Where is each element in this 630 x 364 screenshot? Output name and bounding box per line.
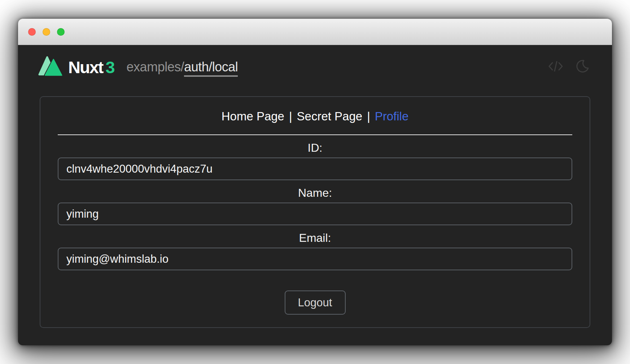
app-header: Nuxt 3 examples/auth/local: [18, 45, 612, 89]
page-nav: Home Page|Secret Page|Profile: [58, 109, 572, 124]
breadcrumb-path-link[interactable]: auth/local: [184, 59, 238, 77]
logout-button[interactable]: Logout: [285, 290, 346, 315]
nav-separator: |: [367, 110, 370, 123]
header-icons: [548, 59, 589, 75]
email-input[interactable]: [58, 248, 572, 270]
nav-link-home[interactable]: Home Page: [222, 110, 284, 123]
brand-name: Nuxt: [68, 57, 103, 77]
minimize-button[interactable]: [43, 28, 50, 36]
moon-icon[interactable]: [576, 59, 589, 75]
id-label: ID:: [58, 141, 572, 154]
nav-link-profile[interactable]: Profile: [375, 110, 409, 123]
close-button[interactable]: [28, 28, 36, 36]
nuxt-logo-icon: [38, 56, 62, 78]
nav-separator: |: [289, 110, 292, 123]
id-input[interactable]: [58, 157, 572, 180]
logout-row: Logout: [58, 290, 572, 315]
breadcrumb: examples/auth/local: [127, 59, 238, 75]
brand-version: 3: [105, 57, 115, 77]
window-titlebar[interactable]: [18, 19, 612, 45]
zoom-button[interactable]: [57, 28, 65, 36]
code-icon[interactable]: [548, 60, 563, 74]
email-label: Email:: [58, 231, 572, 244]
name-input[interactable]: [58, 203, 572, 225]
nav-link-secret[interactable]: Secret Page: [297, 110, 363, 123]
profile-card: Home Page|Secret Page|Profile ID: Name: …: [40, 96, 590, 328]
nav-divider: [58, 134, 572, 135]
browser-window: Nuxt 3 examples/auth/local Home Page: [18, 19, 612, 345]
name-label: Name:: [58, 186, 572, 199]
nuxt-logo-link[interactable]: Nuxt 3: [38, 56, 115, 78]
breadcrumb-prefix: examples/: [127, 59, 184, 74]
